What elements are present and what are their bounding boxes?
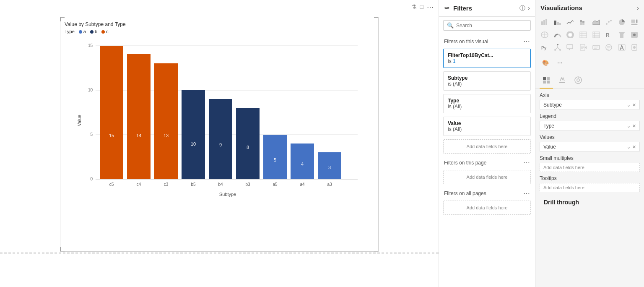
- filter-card-filtertop10-name: FilterTop10ByCat...: [448, 52, 526, 58]
- field-box-type-icons: ⌄ ✕: [627, 123, 636, 129]
- tab-fields[interactable]: [540, 73, 553, 87]
- filter-card-value[interactable]: Value is (All): [443, 117, 531, 136]
- bar-b3[interactable]: [236, 108, 260, 179]
- close-icon-type[interactable]: ✕: [632, 123, 636, 129]
- filter-card-subtype-value: is (All): [448, 81, 526, 87]
- filter-section-visual-label: Filters on this visual: [444, 39, 488, 44]
- add-fields-allpages[interactable]: Add data fields here: [443, 201, 531, 215]
- filter-card-type[interactable]: Type is (All): [443, 94, 531, 113]
- viz-icon-aisummary[interactable]: [590, 42, 602, 53]
- svg-text:R: R: [606, 32, 610, 38]
- svg-text:3: 3: [328, 165, 331, 170]
- filter-section-allpages: Filters on all pages ⋯: [439, 186, 535, 199]
- svg-rect-35: [580, 20, 582, 22]
- collapse-arrow-icon[interactable]: ›: [528, 5, 530, 12]
- expand-icon-value[interactable]: ⌄: [627, 144, 631, 150]
- filter-card-subtype-name: Subtype: [448, 75, 526, 81]
- focus-icon[interactable]: □: [420, 3, 423, 11]
- expand-icon-type[interactable]: ⌄: [627, 123, 631, 129]
- tab-format[interactable]: [556, 73, 569, 87]
- svg-rect-52: [580, 32, 587, 38]
- bar-b5[interactable]: [182, 90, 205, 179]
- viz-icon-scatter[interactable]: [603, 16, 615, 28]
- filter-section-visual-more[interactable]: ⋯: [523, 37, 530, 45]
- filter-card-filtertop10[interactable]: FilterTop10ByCat... is 1: [443, 49, 531, 68]
- svg-point-69: [557, 44, 558, 45]
- close-icon-subtype[interactable]: ✕: [632, 102, 636, 108]
- svg-point-64: [633, 34, 636, 36]
- add-fields-small-multiples[interactable]: Add data fields here: [540, 163, 640, 172]
- viz-icon-ellipsis[interactable]: ⋯: [554, 57, 566, 68]
- viz-icon-paginated[interactable]: [577, 42, 589, 53]
- viz-icon-map1[interactable]: [539, 29, 551, 41]
- filter-section-page-more[interactable]: ⋯: [523, 159, 530, 167]
- info-icon[interactable]: ⓘ: [519, 5, 525, 12]
- svg-point-51: [569, 34, 571, 36]
- viz-icon-funnel[interactable]: [616, 29, 628, 41]
- viz-icon-decomp[interactable]: [552, 42, 564, 53]
- close-icon-value[interactable]: ✕: [632, 144, 636, 150]
- viz-icon-map2[interactable]: [628, 29, 640, 41]
- add-fields-page[interactable]: Add data fields here: [443, 170, 531, 184]
- viz-icon-paint[interactable]: 🎨: [540, 57, 551, 68]
- bar-c5[interactable]: [100, 46, 123, 179]
- filter-section-allpages-more[interactable]: ⋯: [523, 189, 530, 197]
- bar-b4[interactable]: [209, 99, 232, 179]
- field-box-subtype[interactable]: Subtype ⌄ ✕: [540, 100, 640, 110]
- svg-chart-wrapper: 0 5 10 15 Value 15 c5 14 c4: [65, 37, 374, 204]
- chart-container: Value by Subtype and Type Type a b c 0: [60, 17, 379, 252]
- add-fields-visual[interactable]: Add data fields here: [443, 139, 531, 154]
- search-box[interactable]: 🔍: [443, 20, 531, 31]
- field-box-type[interactable]: Type ⌄ ✕: [540, 121, 640, 131]
- svg-rect-91: [547, 77, 550, 80]
- viz-icon-smartnarrative[interactable]: [603, 42, 615, 53]
- field-label-axis: Axis: [540, 92, 640, 98]
- viz-icon-python[interactable]: Py: [539, 42, 551, 53]
- bar-a5[interactable]: [263, 135, 287, 179]
- bar-c4[interactable]: [127, 54, 151, 179]
- field-label-tooltips: Tooltips: [540, 175, 640, 181]
- legend-item-b: b: [90, 29, 97, 34]
- svg-rect-93: [547, 81, 550, 83]
- add-fields-tooltips[interactable]: Add data fields here: [540, 183, 640, 192]
- svg-text:Value: Value: [77, 115, 82, 126]
- viz-expand-arrow[interactable]: ›: [637, 5, 639, 11]
- bar-c3[interactable]: [154, 63, 178, 179]
- expand-icon[interactable]: ⌄: [627, 102, 631, 108]
- field-box-value-label: Value: [543, 144, 556, 150]
- viz-icon-qna[interactable]: [564, 42, 576, 53]
- field-box-value[interactable]: Value ⌄ ✕: [540, 142, 640, 152]
- viz-icon-card[interactable]: R: [603, 29, 615, 41]
- filters-header: ⚰ Filters ⓘ ›: [439, 0, 535, 17]
- tab-analytics[interactable]: [571, 73, 585, 87]
- viz-icon-gauge[interactable]: [552, 29, 564, 41]
- filter-card-subtype[interactable]: Subtype is (All): [443, 71, 531, 91]
- svg-text:c3: c3: [164, 182, 169, 187]
- svg-rect-45: [636, 19, 638, 23]
- viz-icon-matrix[interactable]: [590, 29, 602, 41]
- viz-icon-stacked-bar[interactable]: [539, 16, 551, 28]
- svg-text:0: 0: [90, 177, 93, 181]
- svg-text:a3: a3: [327, 182, 332, 187]
- viz-icon-donut[interactable]: [564, 29, 576, 41]
- more-icon[interactable]: ⋯: [427, 3, 434, 11]
- search-input[interactable]: [456, 23, 527, 29]
- field-label-values: Values: [540, 134, 640, 140]
- filter-section-allpages-label: Filters on all pages: [444, 190, 486, 196]
- viz-icon-table[interactable]: [577, 29, 589, 41]
- viz-icon-stacked-col[interactable]: [577, 16, 589, 28]
- viz-icon-bar-chart[interactable]: [552, 16, 564, 28]
- filter-icon[interactable]: ⚗: [411, 3, 417, 11]
- svg-rect-32: [554, 21, 556, 25]
- svg-rect-92: [543, 81, 546, 83]
- svg-text:5: 5: [274, 157, 276, 162]
- filter-card-value-name: Value: [448, 120, 526, 126]
- viz-icon-treemap[interactable]: [628, 16, 640, 28]
- svg-text:15: 15: [109, 133, 114, 138]
- viz-icon-azuremap[interactable]: [616, 42, 628, 53]
- viz-icon-line-chart[interactable]: [564, 16, 576, 28]
- viz-icon-powerapp[interactable]: [628, 42, 640, 53]
- viz-icon-area-chart[interactable]: [590, 16, 602, 28]
- viz-icon-pie[interactable]: [616, 16, 628, 28]
- svg-text:b4: b4: [218, 182, 223, 187]
